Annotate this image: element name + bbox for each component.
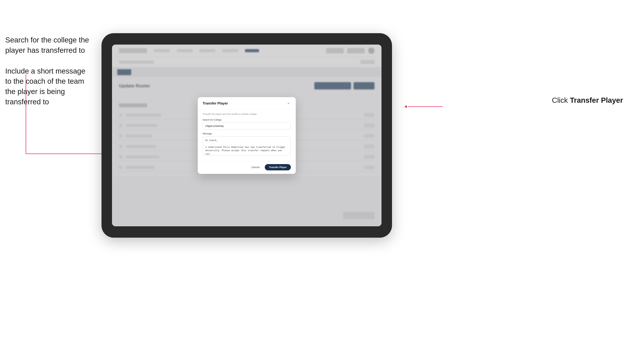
modal-title: Transfer Player bbox=[203, 101, 228, 105]
modal-subtitle: Transfer the player and their profile to… bbox=[203, 113, 291, 115]
svg-marker-4 bbox=[404, 105, 407, 108]
modal-overlay: Transfer Player × Transfer the player an… bbox=[112, 44, 382, 226]
annotation-search-text: Search for the college the player has tr… bbox=[5, 35, 93, 56]
tablet-device: Update Roster bbox=[102, 33, 392, 238]
tablet-screen: Update Roster bbox=[112, 44, 382, 226]
search-college-label: Search for College bbox=[203, 119, 291, 121]
annotation-message-text: Include a short message to the coach of … bbox=[5, 66, 93, 107]
modal-header: Transfer Player × bbox=[198, 97, 296, 109]
annotation-left: Search for the college the player has tr… bbox=[5, 35, 93, 118]
annotation-click-text: Click bbox=[552, 96, 568, 104]
modal-footer: Cancel Transfer Player bbox=[198, 161, 296, 174]
message-textarea[interactable] bbox=[203, 136, 291, 156]
cancel-button[interactable]: Cancel bbox=[249, 164, 262, 170]
transfer-player-modal: Transfer Player × Transfer the player an… bbox=[198, 97, 296, 174]
annotation-right: Click Transfer Player bbox=[552, 96, 623, 105]
search-college-input[interactable] bbox=[203, 123, 291, 130]
modal-body: Transfer the player and their profile to… bbox=[198, 109, 296, 161]
modal-close-button[interactable]: × bbox=[286, 101, 291, 106]
close-icon: × bbox=[288, 102, 290, 105]
message-label: Message bbox=[203, 132, 291, 135]
transfer-player-button[interactable]: Transfer Player bbox=[265, 164, 291, 170]
annotation-transfer-player-text: Transfer Player bbox=[570, 96, 623, 104]
